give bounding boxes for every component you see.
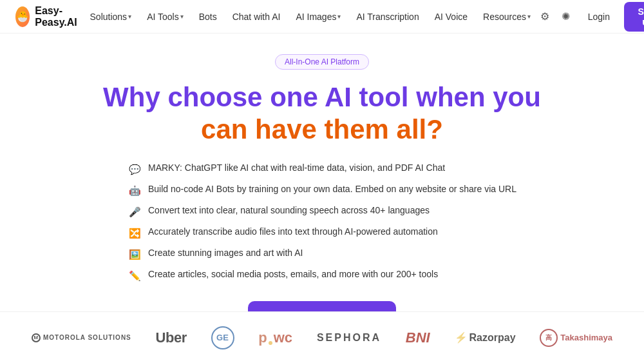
nav-links: Solutions ▾ AI Tools ▾ Bots Chat with AI… [84, 8, 537, 26]
login-button[interactable]: Login [579, 8, 619, 26]
logos-section: M MOTOROLA SOLUTIONS Uber GE p wc SEPHOR… [0, 311, 644, 363]
write-icon: ✏️ [128, 269, 142, 283]
ge-logo: GE [211, 326, 234, 349]
nav-solutions[interactable]: Solutions ▾ [84, 8, 138, 26]
mic-icon: 🎤 [128, 205, 142, 219]
feature-item: ✏️ Create articles, social media posts, … [128, 268, 516, 283]
image-icon: 🖼️ [128, 248, 142, 262]
chevron-down-icon: ▾ [128, 13, 131, 20]
uber-logo: Uber [156, 329, 187, 346]
chevron-down-icon: ▾ [337, 13, 341, 20]
feature-text: MARKY: ChatGPT like AI chat with real-ti… [148, 162, 445, 175]
chevron-down-icon: ▾ [180, 13, 184, 20]
feature-item: 🎤 Convert text into clear, natural sound… [128, 204, 516, 219]
sephora-logo: SEPHORA [317, 332, 381, 344]
brand-name: Easy-Peasy.AI [35, 5, 83, 28]
hero-title: Why choose one AI tool when you can have… [103, 81, 541, 146]
pwc-logo: p wc [258, 329, 292, 346]
feature-text: Build no-code AI Bots by training on you… [148, 183, 516, 196]
theme-toggle-icon[interactable]: ✺ [558, 7, 573, 26]
nav-ai-images[interactable]: AI Images ▾ [289, 8, 347, 26]
nav-bots[interactable]: Bots [193, 8, 223, 26]
bni-logo: BNI [406, 329, 430, 346]
feature-text: Accurately transcribe audio files into t… [148, 226, 438, 239]
nav-ai-transcription[interactable]: AI Transcription [350, 8, 425, 26]
logo-image: 🐣 [15, 6, 30, 27]
features-list: 💬 MARKY: ChatGPT like AI chat with real-… [128, 162, 516, 283]
nav-actions: ⚙ ✺ Login Sign up [537, 2, 644, 32]
brand-logo[interactable]: 🐣 Easy-Peasy.AI [15, 5, 84, 28]
signup-button[interactable]: Sign up [624, 2, 644, 32]
navbar: 🐣 Easy-Peasy.AI Solutions ▾ AI Tools ▾ B… [0, 0, 644, 34]
nav-ai-tools[interactable]: AI Tools ▾ [140, 8, 190, 26]
razorpay-logo: ⚡ Razorpay [455, 331, 516, 344]
takashimaya-logo: 高 Takashimaya [540, 329, 612, 347]
nav-chat-with-ai[interactable]: Chat with AI [226, 8, 287, 26]
feature-item: 🔀 Accurately transcribe audio files into… [128, 226, 516, 240]
bot-icon: 🤖 [128, 184, 142, 198]
feature-item: 🖼️ Create stunning images and art with A… [128, 247, 516, 262]
chat-icon: 💬 [128, 162, 142, 177]
feature-item: 💬 MARKY: ChatGPT like AI chat with real-… [128, 162, 516, 177]
hero-title-line1: Why choose one AI tool when you [103, 81, 541, 113]
feature-text: Create stunning images and art with AI [148, 247, 303, 260]
feature-text: Create articles, social media posts, ema… [148, 268, 438, 281]
chevron-down-icon: ▾ [527, 13, 531, 20]
nav-ai-voice[interactable]: AI Voice [428, 8, 474, 26]
hero-section: All-In-One AI Platform Why choose one AI… [0, 34, 644, 363]
transcribe-icon: 🔀 [128, 226, 142, 240]
settings-icon[interactable]: ⚙ [537, 7, 553, 26]
hero-badge: All-In-One AI Platform [275, 54, 369, 70]
feature-item: 🤖 Build no-code AI Bots by training on y… [128, 183, 516, 198]
hero-title-line2: can have them all? [103, 113, 541, 146]
nav-resources[interactable]: Resources ▾ [477, 8, 537, 26]
feature-text: Convert text into clear, natural soundin… [148, 204, 430, 217]
motorola-logo: M MOTOROLA SOLUTIONS [32, 333, 131, 342]
